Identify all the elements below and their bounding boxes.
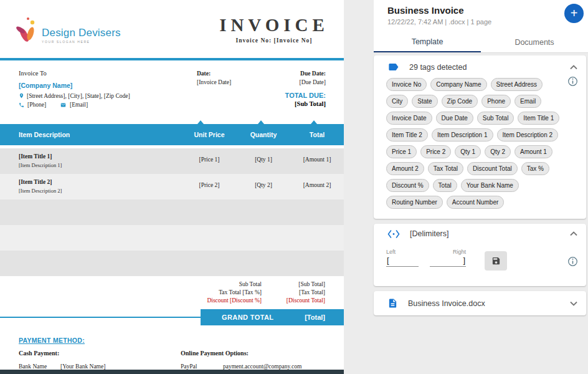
tag-chip[interactable]: Invoice No [386,78,427,91]
tags-card: 29 tags detected Invoice NoCompany NameS… [374,55,586,219]
tab-documents[interactable]: Documents [481,32,588,52]
location-pin-icon [19,92,24,99]
collapse-delimiters-button[interactable] [569,230,579,237]
tag-chip[interactable]: Routing Number [386,196,443,209]
email-text: [Email] [70,102,88,108]
delimiters-icon [387,230,400,238]
collapse-tags-button[interactable] [569,64,579,71]
tag-icon [387,61,399,73]
item-qty: [Qty 1] [239,156,288,163]
item-price: [Price 2] [184,182,234,188]
document-icon [387,297,398,309]
subtotal-label: Sub Total [239,281,262,287]
template-panel: Business Invoice 12/22/22, 7:42 AM | .do… [344,0,588,374]
tag-chip[interactable]: Tax % [521,162,549,175]
col-unit-price: Unit Price [184,131,234,138]
header-divider [0,58,344,60]
phone-text: [Phone] [27,102,46,108]
invoice-date-block: Date: [Invoice Date] [197,70,231,85]
tag-chip[interactable]: City [386,95,408,108]
tag-chip[interactable]: State [412,95,437,108]
discount-label: Discount [Discount %] [207,297,262,304]
tags-summary: 29 tags detected [409,63,569,72]
tag-chip[interactable]: Price 2 [420,145,451,158]
brand-logo: Design Devisers YOUR SLOGAN HERE [16,14,121,44]
payment-method-heading: PAYMENT METHOD: [19,337,85,344]
tags-info-button[interactable] [567,76,578,87]
tag-list: Invoice NoCompany NameStreet AddressCity… [374,75,586,219]
tab-bar: Template Documents [374,32,588,52]
tag-chip[interactable]: Qty 1 [455,145,481,158]
delimiters-card-header: [Delimiters] [374,224,586,240]
tag-chip[interactable]: Tax Total [428,162,463,175]
grand-total-label: GRAND TOTAL [222,314,273,321]
discount-row: Discount [Discount %] [Discount Total] [0,297,344,305]
empty-row [0,199,344,225]
tag-chip[interactable]: Company Name [430,78,486,91]
tab-template[interactable]: Template [374,32,481,52]
tag-chip[interactable]: Sub Total [477,112,514,125]
column-notch [197,120,204,124]
tag-chip[interactable]: Due Date [436,112,473,125]
tag-chip[interactable]: Discount % [386,179,429,192]
document-title: Business Invoice [387,5,464,16]
file-card[interactable]: Business Invoice.docx [374,291,586,315]
bill-to-contact: [Phone] [Email] [19,102,88,108]
tag-chip[interactable]: Discount Total [467,162,518,175]
tag-chip[interactable]: Zip Code [442,95,478,108]
tag-chip[interactable]: Item Title 1 [518,112,559,125]
delimiters-card: [Delimiters] Left Right [374,224,586,286]
left-delimiter-input[interactable] [386,255,419,267]
tag-chip[interactable]: Phone [481,95,511,108]
tag-chip[interactable]: Your Bank Name [461,179,519,192]
tag-chip[interactable]: Total [433,179,457,192]
save-icon [491,256,501,266]
document-meta: 12/22/22, 7:42 AM | .docx | 1 page [387,18,491,26]
save-delimiters-button[interactable] [485,251,507,271]
tag-chip[interactable]: Item Description 2 [497,128,559,141]
online-payment-label: Online Payment Options: [181,350,249,357]
add-button[interactable]: + [564,4,584,23]
tag-chip[interactable]: Invoice Date [386,112,432,125]
due-date-block: Due Date: [Due Date] [262,70,326,85]
tag-chip[interactable]: Amount 2 [386,162,424,175]
col-item-description: Item Description [19,131,70,138]
info-icon [567,76,578,87]
address-text: [Street Address], [City], [State], [Zip … [27,93,130,99]
right-delimiter-label: Right [430,249,466,255]
tags-card-header: 29 tags detected [374,55,586,75]
tag-chip[interactable]: Qty 2 [485,145,511,158]
left-delimiter-label: Left [386,249,396,255]
tag-chip[interactable]: Item Title 2 [386,128,428,141]
right-delimiter-input[interactable] [430,255,466,267]
document-footer-band [0,370,344,374]
file-name: Business Invoice.docx [408,299,569,308]
total-due-value: [Sub Total] [237,100,326,107]
bill-to-label: Invoice To [19,70,47,77]
chevron-up-icon [570,65,577,70]
due-date-value: [Due Date] [262,79,326,85]
expand-file-button[interactable] [569,300,579,307]
phone-icon [19,102,24,108]
grand-total-value: [Total] [305,314,325,321]
tax-label: Tax Total [Tax %] [219,289,262,295]
item-row-1: [Item Title 1] [Item Description 1] [Pri… [0,148,344,174]
tag-chip[interactable]: Item Description 1 [432,128,493,141]
delimiters-info-button[interactable] [567,256,578,267]
tag-chip[interactable]: Account Number [447,196,504,209]
delimiters-title: [Delimiters] [410,229,569,238]
tag-chip[interactable]: Price 1 [386,145,417,158]
cash-payment-label: Cash Payment: [19,350,59,357]
tax-value: [Tax Total] [299,289,325,295]
tag-chip[interactable]: Amount 1 [514,145,552,158]
chevron-up-icon [570,231,577,236]
email-icon [60,102,67,108]
grand-total-line [0,317,201,318]
tag-chip[interactable]: Email [514,95,541,108]
due-date-label: Due Date: [262,70,326,77]
item-row-2: [Item Title 2] [Item Description 2] [Pri… [0,174,344,199]
subtotal-value: [Sub Total] [298,281,325,287]
tag-chip[interactable]: Street Address [491,78,543,91]
item-price: [Price 1] [184,156,234,163]
empty-row [0,225,344,251]
